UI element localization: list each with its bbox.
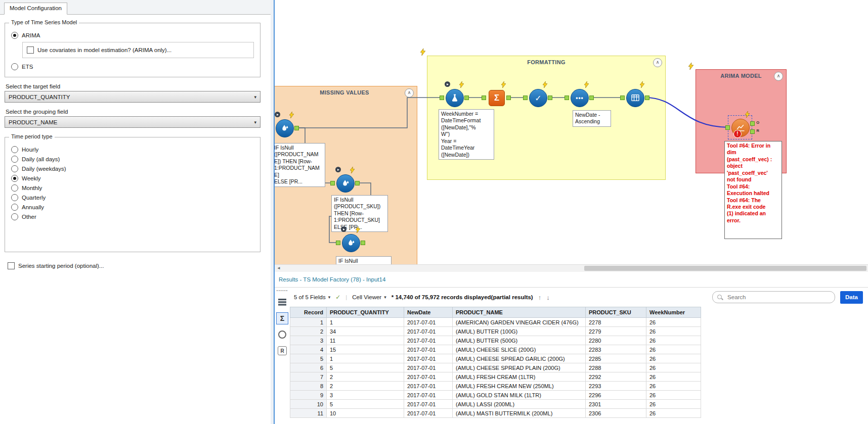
input-anchor[interactable] [440, 96, 444, 100]
data-cell[interactable]: 26 [646, 327, 701, 336]
data-cell[interactable]: 2 [327, 382, 404, 391]
data-cell[interactable]: 1 [327, 318, 404, 327]
data-cell[interactable]: 2017-07-01 [404, 391, 453, 400]
record-number-cell[interactable]: 5 [290, 354, 327, 363]
record-number-cell[interactable]: 8 [290, 382, 327, 391]
radio-option-monthly[interactable]: Monthly [11, 184, 254, 192]
radio-option-quarterly[interactable]: Quarterly [11, 194, 254, 201]
output-anchor[interactable] [361, 241, 365, 245]
covariates-checkbox-row[interactable]: Use covariates in model estimation? (ARI… [27, 46, 249, 54]
sort-tool[interactable]: ••• [571, 89, 588, 106]
data-cell[interactable]: 26 [646, 409, 701, 418]
data-cell[interactable]: (AMUL) MASTI BUTTERMILK (200ML) [453, 409, 586, 418]
data-cell[interactable]: 2 [327, 372, 404, 382]
radio-icon[interactable] [11, 63, 18, 70]
output-anchor[interactable] [548, 96, 552, 100]
data-cell[interactable]: 2306 [586, 409, 646, 418]
data-cell[interactable]: 26 [646, 363, 701, 372]
data-cell[interactable]: 2017-07-01 [404, 363, 453, 372]
radio-option-other[interactable]: Other [11, 213, 254, 220]
radio-icon[interactable] [11, 184, 18, 192]
imputation-tool-2[interactable] [336, 174, 354, 192]
radio-option-arima[interactable]: ARIMA [11, 32, 254, 39]
panel-splitter[interactable] [271, 0, 275, 424]
data-cell[interactable]: 2280 [586, 336, 646, 345]
data-cell[interactable]: 2296 [586, 391, 646, 400]
output-anchor[interactable] [645, 96, 649, 100]
data-cell[interactable]: (AMUL) CHEESE SPREAD GARLIC (200G) [453, 354, 586, 363]
column-header-newdate[interactable]: NewDate [404, 307, 453, 318]
data-cell[interactable]: 2301 [586, 400, 646, 409]
record-number-cell[interactable]: 6 [290, 363, 327, 372]
data-cell[interactable]: 2293 [586, 382, 646, 391]
annotation-sort[interactable]: NewDate - Ascending [573, 110, 611, 127]
column-header-product_name[interactable]: PRODUCT_NAME [453, 307, 586, 318]
input-anchor[interactable] [330, 181, 335, 185]
radio-option-annually[interactable]: Annually [11, 204, 254, 211]
data-cell[interactable]: 26 [646, 400, 701, 409]
record-number-cell[interactable]: 4 [290, 345, 327, 354]
formula-tool[interactable] [446, 89, 463, 106]
data-cell[interactable]: 2278 [586, 318, 646, 327]
input-anchor[interactable] [725, 125, 730, 130]
data-cell[interactable]: (AMUL) BUTTER (500G) [453, 336, 586, 345]
scroll-down-icon[interactable]: ↓ [546, 294, 550, 301]
data-cell[interactable]: 2283 [586, 345, 646, 354]
column-header-product_quantity[interactable]: PRODUCT_QUANTITY [327, 307, 404, 318]
record-number-cell[interactable]: 3 [290, 336, 327, 345]
tab-model-configuration[interactable]: Model Configuration [4, 3, 67, 15]
data-cell[interactable]: 1 [327, 354, 404, 363]
radio-icon[interactable] [11, 213, 18, 220]
data-cell[interactable]: 2279 [586, 327, 646, 336]
data-cell[interactable]: 26 [646, 382, 701, 391]
data-cell[interactable]: 2285 [586, 354, 646, 363]
input-anchor[interactable] [620, 96, 625, 100]
data-cell[interactable]: 34 [327, 327, 404, 336]
data-cell[interactable]: 26 [646, 391, 701, 400]
search-box[interactable] [712, 291, 835, 303]
radio-option-hourly[interactable]: Hourly [11, 146, 254, 153]
radio-option-weekly[interactable]: Weekly [11, 175, 254, 182]
data-cell[interactable]: 10 [327, 409, 404, 418]
data-cell[interactable]: 2017-07-01 [404, 409, 453, 418]
record-number-cell[interactable]: 10 [290, 400, 327, 409]
anchor-button-r[interactable]: R [276, 345, 288, 357]
scroll-up-icon[interactable]: ↑ [538, 294, 542, 301]
radio-option-daily-weekdays[interactable]: Daily (weekdays) [11, 165, 254, 172]
cell-viewer-dropdown[interactable]: Cell Viewer ▾ [352, 294, 386, 300]
radio-option-ets[interactable]: ETS [11, 63, 254, 70]
output-anchor-r[interactable] [750, 129, 755, 134]
radio-icon[interactable] [11, 194, 18, 201]
data-cell[interactable]: 2017-07-01 [404, 354, 453, 363]
data-cell[interactable]: 26 [646, 372, 701, 382]
radio-icon[interactable] [11, 165, 18, 172]
column-header-record[interactable]: Record [290, 307, 327, 318]
output-anchor[interactable] [506, 96, 511, 100]
anchor-button-sigma[interactable]: Σ [276, 312, 288, 324]
imputation-tool-3[interactable] [342, 234, 359, 251]
output-anchor[interactable] [464, 96, 469, 100]
data-cell[interactable]: 2017-07-01 [404, 318, 453, 327]
grouping-field-dropdown[interactable]: PRODUCT_NAME ▾ [5, 116, 261, 128]
record-number-cell[interactable]: 9 [290, 391, 327, 400]
data-cell[interactable]: 5 [327, 400, 404, 409]
data-cell[interactable]: 2017-07-01 [404, 327, 453, 336]
scroll-left-button[interactable]: ◄ [275, 265, 283, 272]
radio-icon[interactable] [11, 204, 18, 211]
annotation-impute-third[interactable]: IF IsNull [336, 256, 392, 264]
record-number-cell[interactable]: 1 [290, 318, 327, 327]
radio-icon[interactable] [11, 146, 18, 153]
gripper-dots-icon[interactable]: •••••• [277, 289, 288, 292]
data-cell[interactable]: 26 [646, 345, 701, 354]
fields-selector-dropdown[interactable]: 5 of 5 Fields ▾ [294, 294, 330, 300]
radio-option-daily-all-days[interactable]: Daily (all days) [11, 156, 254, 163]
data-cell[interactable]: 2017-07-01 [404, 345, 453, 354]
radio-icon[interactable] [11, 175, 18, 182]
radio-icon[interactable] [11, 32, 18, 39]
output-anchor[interactable] [355, 181, 360, 185]
record-number-cell[interactable]: 2 [290, 327, 327, 336]
target-field-dropdown[interactable]: PRODUCT_QUANTITY ▾ [5, 91, 261, 103]
data-button[interactable]: Data [840, 291, 863, 304]
radio-icon[interactable] [11, 156, 18, 163]
data-cell[interactable]: 2017-07-01 [404, 372, 453, 382]
